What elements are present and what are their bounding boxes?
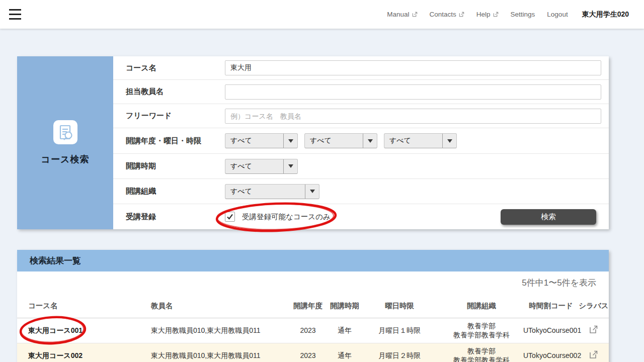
- form-row-organization: 開講組織 すべて: [113, 179, 609, 204]
- course-name-input[interactable]: [225, 60, 601, 75]
- external-link-icon: [459, 12, 464, 17]
- organization-cell: 教養学部 教養学部教養学科: [440, 343, 523, 362]
- form-row-registration: 受講登録 受講登録可能なコースのみ 検索: [113, 204, 609, 229]
- search-button[interactable]: 検索: [501, 209, 596, 225]
- top-nav: Manual Contacts Help Settings Logout 東大用…: [387, 0, 629, 29]
- syllabus-external-link-icon[interactable]: [589, 324, 599, 334]
- nav-help[interactable]: Help: [476, 11, 499, 18]
- teachers-cell: 東大用教職員010,東大用教職員011: [151, 343, 286, 362]
- term-select[interactable]: すべて: [225, 159, 298, 174]
- top-header: Manual Contacts Help Settings Logout 東大用…: [0, 0, 644, 29]
- col-header-timetable-code: 時間割コード: [523, 294, 579, 318]
- form-row-year-day-period: 開講年度・曜日・時限 すべて すべて すべて: [113, 128, 609, 154]
- chevron-down-icon: [283, 134, 297, 148]
- hamburger-menu-icon[interactable]: [9, 9, 21, 20]
- form-row-teacher-name: 担当教員名: [113, 80, 609, 104]
- logged-in-username: 東大用学生020: [582, 10, 629, 19]
- free-word-input[interactable]: [225, 109, 601, 124]
- results-table: コース名 教員名 開講年度 開講時期 曜日時限 開講組織 時間割コード シラバス…: [17, 294, 609, 362]
- col-header-teacher: 教員名: [151, 294, 286, 318]
- nav-manual-label: Manual: [387, 11, 409, 18]
- chevron-down-icon: [305, 185, 319, 199]
- nav-manual[interactable]: Manual: [387, 11, 417, 18]
- timetable-code-cell: UTokyoCourse001: [523, 318, 579, 343]
- course-search-sidebar: コース検索: [17, 56, 113, 229]
- course-link[interactable]: 東大用コース002: [28, 351, 83, 359]
- year-day-period-label: 開講年度・曜日・時限: [126, 136, 225, 146]
- search-panel-title: コース検索: [41, 153, 90, 165]
- nav-help-label: Help: [476, 11, 491, 18]
- day-period-cell: 月曜日１時限: [359, 318, 440, 343]
- form-row-term: 開講時期 すべて: [113, 154, 609, 179]
- teacher-name-input[interactable]: [225, 84, 601, 100]
- registration-label: 受講登録: [126, 212, 225, 222]
- table-row: 東大用コース002 東大用教職員010,東大用教職員011 2023 通年 月曜…: [17, 343, 609, 362]
- checkmark-icon: [226, 213, 234, 221]
- free-word-label: フリーワード: [126, 111, 225, 121]
- teacher-name-label: 担当教員名: [126, 87, 225, 97]
- nav-logout[interactable]: Logout: [547, 11, 568, 18]
- nav-contacts[interactable]: Contacts: [430, 11, 464, 18]
- year-cell: 2023: [286, 343, 330, 362]
- col-header-term: 開講時期: [330, 294, 359, 318]
- search-form: コース名 担当教員名 フリーワード 開講年度・曜日・時限 すべて すべて: [113, 56, 609, 229]
- course-search-icon: [53, 120, 77, 144]
- course-name-label: コース名: [126, 63, 225, 73]
- chevron-down-icon: [283, 159, 297, 173]
- results-title: 検索結果一覧: [17, 250, 609, 272]
- chevron-down-icon: [363, 134, 377, 148]
- term-cell: 通年: [330, 343, 359, 362]
- teachers-cell: 東大用教職員010,東大用教職員011: [151, 318, 286, 343]
- organization-cell: 教養学部 教養学部教養学科: [440, 318, 523, 343]
- course-search-panel: コース検索 コース名 担当教員名 フリーワード 開講年度・曜日・時限 すべて す…: [17, 56, 609, 229]
- period-select[interactable]: すべて: [384, 133, 457, 148]
- form-row-free-word: フリーワード: [113, 104, 609, 128]
- syllabus-external-link-icon[interactable]: [589, 349, 599, 359]
- col-header-day-period: 曜日時限: [359, 294, 440, 318]
- col-header-syllabus: シラバス: [579, 294, 609, 318]
- term-cell: 通年: [330, 318, 359, 343]
- nav-contacts-label: Contacts: [430, 11, 456, 18]
- term-label: 開講時期: [126, 161, 225, 171]
- registration-checkbox-label: 受講登録可能なコースのみ: [242, 212, 331, 222]
- search-results-panel: 検索結果一覧 5件中1〜5件を表示 コース名 教員名 開講年度 開講時期 曜日時…: [17, 250, 609, 362]
- col-header-course-name: コース名: [17, 294, 151, 318]
- external-link-icon: [412, 12, 418, 17]
- year-select[interactable]: すべて: [225, 133, 298, 148]
- col-header-organization: 開講組織: [440, 294, 523, 318]
- pagination-status: 5件中1〜5件を表示: [17, 272, 609, 294]
- nav-settings[interactable]: Settings: [511, 11, 535, 18]
- year-cell: 2023: [286, 318, 330, 343]
- day-select[interactable]: すべて: [304, 133, 377, 148]
- organization-label: 開講組織: [126, 187, 225, 196]
- external-link-icon: [493, 12, 499, 17]
- organization-select[interactable]: すべて: [225, 184, 319, 199]
- course-link[interactable]: 東大用コース001: [28, 326, 83, 334]
- registration-checkbox[interactable]: [225, 212, 235, 222]
- day-period-cell: 月曜日２時限: [359, 343, 440, 362]
- form-row-course-name: コース名: [113, 56, 609, 80]
- chevron-down-icon: [442, 134, 456, 148]
- results-table-header-row: コース名 教員名 開講年度 開講時期 曜日時限 開講組織 時間割コード シラバス: [17, 294, 609, 318]
- timetable-code-cell: UTokyoCourse002: [523, 343, 579, 362]
- col-header-year: 開講年度: [286, 294, 330, 318]
- table-row: 東大用コース001 東大用教職員010,東大用教職員011 2023 通年 月曜…: [17, 318, 609, 343]
